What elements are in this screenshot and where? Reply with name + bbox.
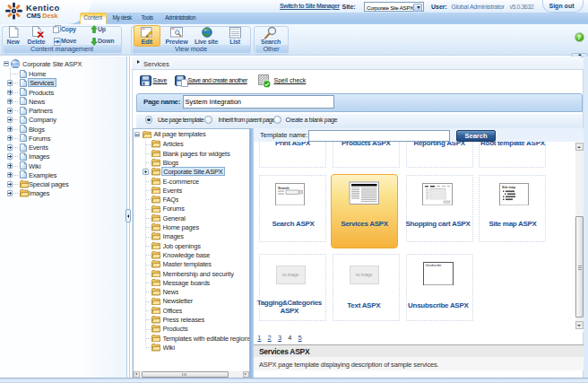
svg-text:Site map: Site map [502, 186, 516, 189]
svg-text:Search: Search [278, 186, 290, 189]
svg-text:Unsubscribe: Unsubscribe [426, 263, 442, 266]
